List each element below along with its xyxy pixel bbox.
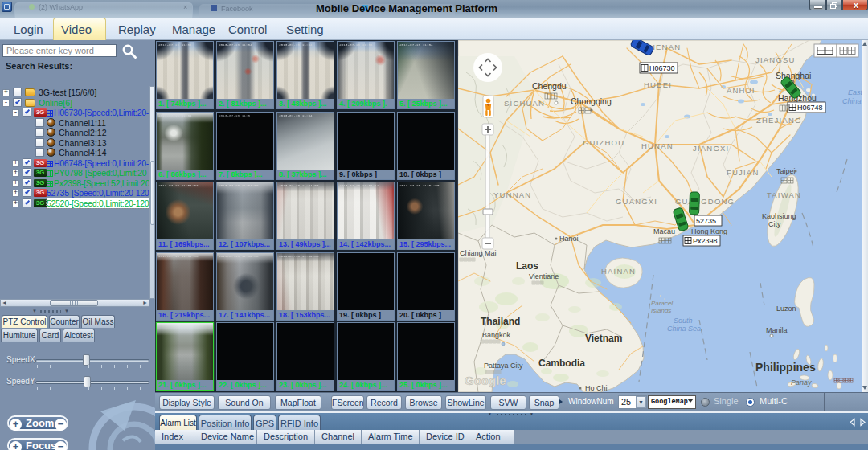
svg-text:Ho Chi: Ho Chi <box>585 384 608 392</box>
svg-text:Hong Kong: Hong Kong <box>691 227 727 235</box>
svg-text:Luzon: Luzon <box>776 305 796 313</box>
svg-text:Philippines: Philippines <box>755 361 816 374</box>
svg-text:GUANGXI: GUANGXI <box>616 197 657 206</box>
svg-text:H06730: H06730 <box>649 64 675 72</box>
svg-text:Laos: Laos <box>516 260 538 272</box>
svg-text:Hanoi: Hanoi <box>559 235 579 243</box>
svg-text:Pattaya City: Pattaya City <box>484 362 523 370</box>
svg-text:SICHUAN: SICHUAN <box>504 99 545 108</box>
svg-text:JIANGSU: JIANGSU <box>755 55 796 64</box>
svg-text:HENAN: HENAN <box>649 43 681 51</box>
svg-text:Kaohsiung: Kaohsiung <box>762 212 796 220</box>
svg-text:Bangkok: Bangkok <box>482 331 511 339</box>
svg-text:Thailand: Thailand <box>481 316 520 327</box>
svg-text:Cambodia: Cambodia <box>538 358 585 369</box>
svg-text:Taipei: Taipei <box>776 167 796 175</box>
svg-text:Px2398: Px2398 <box>693 237 718 245</box>
svg-text:China Sea: China Sea <box>667 325 701 333</box>
svg-text:H06748: H06748 <box>797 104 823 112</box>
svg-text:Shanghai: Shanghai <box>776 71 811 80</box>
svg-text:Manila: Manila <box>766 326 788 334</box>
svg-text:Vientiane: Vientiane <box>529 272 559 280</box>
svg-text:YUNNAN: YUNNAN <box>493 190 531 199</box>
svg-text:52735: 52735 <box>696 217 716 225</box>
svg-text:FUJIAN: FUJIAN <box>727 168 759 177</box>
svg-text:Paracel: Paracel <box>651 300 673 307</box>
svg-text:Chengdu: Chengdu <box>532 81 567 91</box>
svg-text:City: City <box>768 220 781 228</box>
svg-text:HUBEI: HUBEI <box>644 80 672 89</box>
svg-text:Chiang Mai: Chiang Mai <box>460 249 497 257</box>
svg-text:ZHEJIANG: ZHEJIANG <box>756 116 802 125</box>
svg-text:HUNAN: HUNAN <box>641 141 674 150</box>
svg-text:East: East <box>848 88 863 96</box>
svg-text:Panay: Panay <box>791 378 812 387</box>
svg-text:GUIZHOU: GUIZHOU <box>583 138 624 147</box>
svg-text:Google: Google <box>465 374 506 387</box>
svg-text:HAINAN: HAINAN <box>601 267 636 276</box>
svg-text:Islands: Islands <box>651 307 671 314</box>
svg-text:GUANGDONG: GUANGDONG <box>675 197 735 206</box>
svg-text:South: South <box>674 317 693 325</box>
svg-text:Chongqing: Chongqing <box>571 96 612 106</box>
svg-text:Vietnam: Vietnam <box>585 333 622 344</box>
svg-text:ANHUI: ANHUI <box>727 86 755 95</box>
svg-text:TAIWAN: TAIWAN <box>767 190 801 199</box>
svg-text:JIANGXI: JIANGXI <box>693 144 729 153</box>
svg-text:Macau: Macau <box>653 227 675 235</box>
